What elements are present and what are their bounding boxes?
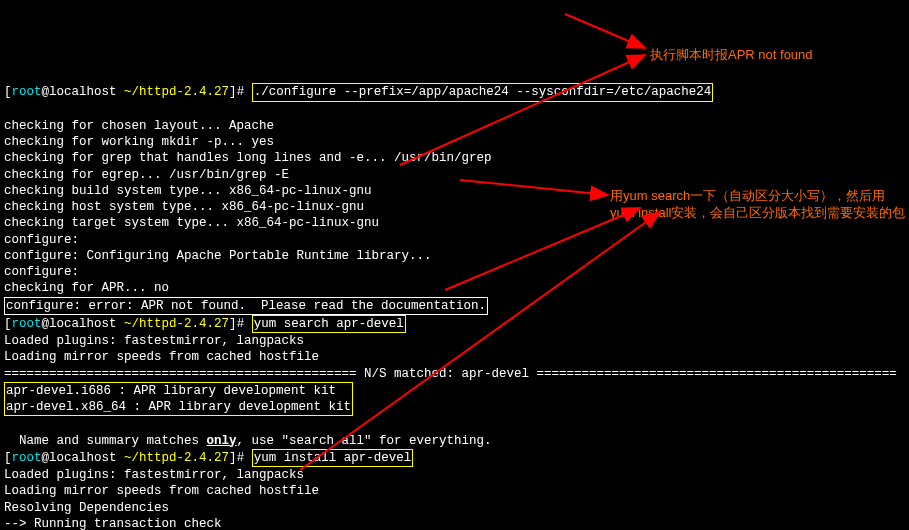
prompt-dir: ~/httpd-2.4.27	[124, 85, 229, 99]
terminal: [root@localhost ~/httpd-2.4.27]# ./confi…	[0, 65, 909, 530]
prompt-line-2: [root@localhost ~/httpd-2.4.27]#	[4, 317, 252, 331]
annotation-apr-not-found: 执行脚本时报APR not found	[650, 47, 813, 64]
prompt-user: root	[12, 85, 42, 99]
search-results-box: apr-devel.i686 : APR library development…	[4, 382, 353, 417]
svg-line-1	[565, 14, 645, 48]
configure-error-box: configure: error: APR not found. Please …	[4, 297, 488, 315]
cmd-yum-install: yum install apr-devel	[254, 451, 412, 465]
prompt-line-3: [root@localhost ~/httpd-2.4.27]#	[4, 451, 252, 465]
yum-loading: Loading mirror speeds from cached hostfi…	[4, 350, 319, 364]
annotation-yum-search: 用yum search一下（自动区分大小写），然后用yum install安装，…	[610, 188, 909, 222]
cmd-yum-install-box: yum install apr-devel	[252, 449, 414, 467]
cmd-configure: ./configure --prefix=/app/apache24 --sys…	[254, 85, 712, 99]
match-line: ========================================…	[4, 367, 897, 381]
yum-loaded: Loaded plugins: fastestmirror, langpacks	[4, 334, 304, 348]
prompt-host: localhost	[49, 85, 117, 99]
prompt-line-1: [root@localhost ~/httpd-2.4.27]#	[4, 85, 252, 99]
cmd-yum-search-box: yum search apr-devel	[252, 315, 406, 333]
configure-error: configure: error: APR not found. Please …	[6, 299, 486, 313]
cmd-yum-search: yum search apr-devel	[254, 317, 404, 331]
cmd-configure-box: ./configure --prefix=/app/apache24 --sys…	[252, 83, 714, 101]
